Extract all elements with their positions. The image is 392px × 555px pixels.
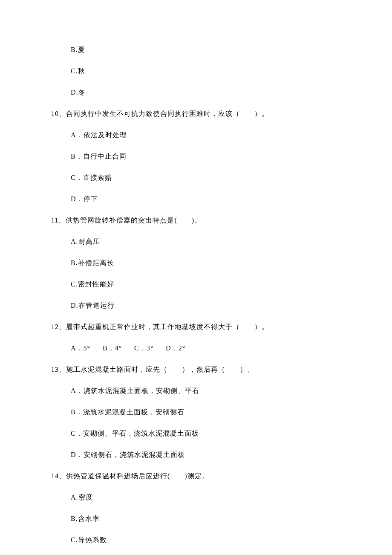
q13-option-a: A．浇筑水泥混凝土面板，安砌侧、平石 [71, 386, 341, 396]
q11-option-a: A.耐高压 [71, 237, 341, 247]
q10-option-d: D．停下 [71, 194, 341, 204]
q11-option-c: C.密封性能好 [71, 279, 341, 289]
q14-option-a: A.密度 [71, 492, 341, 503]
q13-stem: 13、施工水泥混凝土路面时，应先（ ），然后再（ ）。 [51, 364, 341, 375]
q10-option-c: C．直接索赔 [71, 173, 341, 183]
q10-option-a: A．依法及时处理 [71, 130, 341, 140]
q9-option-b: B.夏 [71, 45, 341, 55]
q9-option-d: D.冬 [71, 87, 341, 98]
page-container: B.夏 C.秋 D.冬 10、合同执行中发生不可抗力致使合同执行困难时，应该（ … [0, 0, 392, 555]
q14-option-b: B.含水率 [71, 514, 341, 524]
q12-option-d: D．2° [166, 343, 185, 353]
q10-option-b: B．自行中止合同 [71, 151, 341, 162]
q12-option-b: B．4° [103, 343, 122, 353]
q11-stem: 11、供热管网旋转补偿器的突出特点是( )。 [51, 215, 341, 225]
q11-option-b: B.补偿距离长 [71, 258, 341, 268]
q12-option-a: A．5° [71, 343, 90, 353]
q13-option-c: C．安砌侧、平石，浇筑水泥混凝土面板 [71, 428, 341, 439]
q14-stem: 14、供热管道保温材料进场后应进行( )测定。 [51, 471, 341, 481]
q9-option-c: C.秋 [71, 66, 341, 76]
q14-option-c: C.导热系数 [71, 535, 341, 545]
q10-stem: 10、合同执行中发生不可抗力致使合同执行困难时，应该（ ）。 [51, 109, 341, 119]
q12-option-c: C．3° [134, 343, 153, 353]
q13-option-b: B．浇筑水泥混凝土面板，安砌侧石 [71, 407, 341, 417]
q12-stem: 12、履带式起重机正常作业时，其工作地基坡度不得大于（ ）。 [51, 322, 341, 332]
q11-option-d: D.在管道运行 [71, 301, 341, 311]
q12-options-row: A．5° B．4° C．3° D．2° [71, 343, 341, 353]
q13-option-d: D．安砌侧石，浇筑水泥混凝土面板 [71, 450, 341, 460]
